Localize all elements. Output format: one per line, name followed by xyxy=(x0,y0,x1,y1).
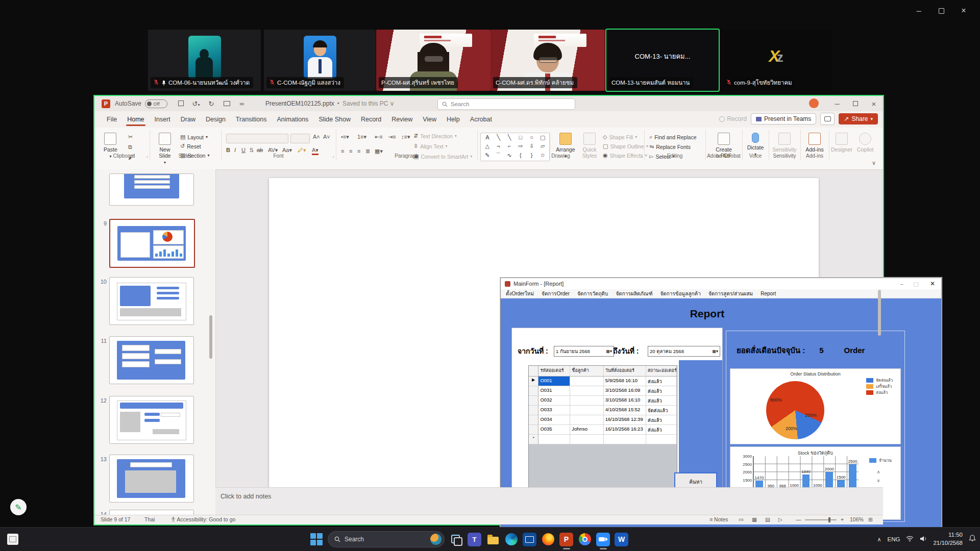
copy-icon[interactable]: ⧉ xyxy=(128,144,132,151)
taskbar-icon-task-view[interactable] xyxy=(449,533,463,546)
bullets-button[interactable]: •≡▾ xyxy=(341,134,349,140)
thumbnail-scrollbar[interactable] xyxy=(209,315,212,359)
app-menu-item[interactable]: จัดการสูตร/ส่วนผสม xyxy=(708,290,753,297)
taskbar-icon-edge[interactable] xyxy=(504,533,518,546)
normal-view-button[interactable]: ▭ xyxy=(739,516,744,522)
participant-tile[interactable]: Xzcom-9-สุโขทัยวิทยาคม xyxy=(721,30,831,91)
new-slide-button[interactable]: New Slide▾ xyxy=(154,133,176,165)
table-cell[interactable]: ส่งแล้ว xyxy=(646,415,677,424)
slide-thumbnail-9[interactable] xyxy=(109,219,195,268)
accessibility-status[interactable]: Accessibility: Good to go xyxy=(171,516,235,522)
table-cell[interactable]: O033 xyxy=(538,406,570,415)
search-input[interactable]: Search xyxy=(437,98,575,110)
replace-fonts-button[interactable]: ⇋Replace Fonts xyxy=(649,143,691,150)
shape-arrow-right-icon[interactable]: ⇨ xyxy=(515,142,526,151)
slide-canvas[interactable]: MainForm - [Report] – ▢ ✕ ตั้งOrderใหม่จ… xyxy=(269,178,819,487)
previous-slide-button[interactable]: ∧ xyxy=(875,468,882,475)
start-button[interactable] xyxy=(309,533,323,546)
slideshow-icon[interactable] xyxy=(223,100,231,108)
save-icon[interactable] xyxy=(177,100,185,108)
ribbon-tab-animations[interactable]: Animations xyxy=(272,113,314,126)
zoom-slider[interactable] xyxy=(805,519,837,520)
ppt-restore-button[interactable] xyxy=(846,96,865,111)
numbering-button[interactable]: 1≡▾ xyxy=(357,134,366,140)
addins-button[interactable]: Add-ins xyxy=(803,133,826,153)
participant-tile[interactable]: P-COM-ผศ.สุรินทร์ เพชรไทย xyxy=(376,30,491,91)
fit-slide-button[interactable]: ⊞ xyxy=(868,516,873,522)
record-button[interactable]: Record xyxy=(719,115,747,122)
table-cell[interactable]: 4/10/2568 15:52 xyxy=(604,406,646,415)
shape-line-icon[interactable]: ╲ xyxy=(493,134,504,142)
column-header[interactable]: ชื่อลูกค้า xyxy=(570,366,603,376)
find-replace-button[interactable]: ⌕Find and Replace xyxy=(649,134,696,140)
shape-oval-icon[interactable]: ○ xyxy=(526,134,537,142)
participant-tile[interactable]: C-COM-ณัฐภูมิ แสงสว่าง xyxy=(264,30,376,91)
shape-rounded-rectangle-icon[interactable]: ▢ xyxy=(537,134,548,142)
table-cell[interactable]: 5/9/2568 16:10 xyxy=(604,377,646,386)
slide-thumbnail-10[interactable] xyxy=(109,277,194,325)
column-header[interactable]: สถานะออเดอร์ xyxy=(646,366,677,376)
slide-sorter-view-button[interactable]: ▦ xyxy=(752,516,757,522)
share-button[interactable]: ↗Share▾ xyxy=(839,113,878,124)
ribbon-tab-home[interactable]: Home xyxy=(122,113,149,126)
table-cell[interactable]: 3/10/2568 16:10 xyxy=(604,396,646,405)
app-menu-item[interactable]: จัดการข้อมูลลูกค้า xyxy=(660,290,700,297)
app-menu-item[interactable]: จัดการOrder xyxy=(542,290,570,297)
decrease-font-icon[interactable]: A˅ xyxy=(323,134,330,140)
wifi-icon[interactable] xyxy=(906,535,914,544)
app-maximize-button[interactable]: ▢ xyxy=(909,281,924,287)
table-cell[interactable] xyxy=(538,435,570,444)
shape-rectangle-icon[interactable]: □ xyxy=(515,134,526,142)
notification-bell-icon[interactable] xyxy=(969,535,976,544)
table-cell[interactable]: จัดส่งแล้ว xyxy=(646,406,677,415)
ribbon-tab-design[interactable]: Design xyxy=(201,113,231,126)
align-text-button[interactable]: ⇳Align Text▾ xyxy=(413,143,448,149)
line-spacing-button[interactable]: ↕≡▾ xyxy=(401,134,410,140)
table-cell[interactable]: 16/10/2568 16:23 xyxy=(604,425,646,434)
table-cell[interactable] xyxy=(646,435,677,444)
reading-view-button[interactable]: ▤ xyxy=(765,516,770,522)
reset-button[interactable]: ↺Reset xyxy=(180,143,201,149)
slide-thumbnail-11[interactable] xyxy=(109,336,194,384)
taskbar-icon-powerpoint[interactable]: P xyxy=(559,533,573,546)
taskbar-icon-file-explorer[interactable] xyxy=(486,533,500,546)
table-cell[interactable] xyxy=(570,386,603,395)
notes-toggle[interactable]: ≡ Notes xyxy=(709,516,728,522)
comments-button[interactable] xyxy=(820,113,835,125)
table-cell[interactable]: O035 xyxy=(538,425,570,434)
zoom-out-button[interactable]: — xyxy=(796,516,801,522)
account-avatar[interactable] xyxy=(809,98,819,108)
undo-icon[interactable]: ↺▾ xyxy=(192,100,200,108)
shape-arrow-down-icon[interactable]: ⇩ xyxy=(526,142,537,151)
copilot-button[interactable]: Copilot xyxy=(854,133,876,153)
notes-pane[interactable]: Click to add notes xyxy=(215,487,883,516)
clipboard-dialog-launcher[interactable]: ⌟ xyxy=(146,154,148,158)
shape-callout-icon[interactable]: ▱ xyxy=(537,142,548,151)
increase-indent-button[interactable]: ⇥≡ xyxy=(388,134,396,140)
present-in-teams-button[interactable]: Present in Teams xyxy=(751,113,817,124)
tray-expand-icon[interactable]: ∧ xyxy=(877,536,881,543)
input-language[interactable]: ENG xyxy=(888,536,900,542)
table-cell[interactable] xyxy=(570,415,603,424)
cut-icon[interactable]: ✂ xyxy=(128,134,133,140)
font-name-select[interactable] xyxy=(226,134,288,143)
table-cell[interactable] xyxy=(570,406,603,415)
app-close-button[interactable]: ✕ xyxy=(924,280,941,287)
table-cell[interactable]: ส่งแล้ว xyxy=(646,425,677,434)
strikethrough-button[interactable]: ab xyxy=(257,147,263,153)
table-cell[interactable]: ส่งแล้ว xyxy=(646,386,677,395)
touch-mode-icon[interactable]: ≂ xyxy=(238,100,246,108)
taskbar-icon-zoom[interactable] xyxy=(596,533,610,546)
font-size-select[interactable] xyxy=(290,134,310,143)
column-header[interactable]: รหัสออเดอร์ xyxy=(538,366,570,376)
ppt-minimize-button[interactable]: ─ xyxy=(828,96,846,111)
collapse-ribbon-icon[interactable]: ∨ xyxy=(872,160,876,166)
table-cell[interactable] xyxy=(570,377,603,386)
zoom-level[interactable]: 106% xyxy=(850,516,864,522)
column-header[interactable]: วันที่สั่งออเดอร์ xyxy=(604,366,646,376)
shadow-button[interactable]: S xyxy=(250,147,253,153)
taskbar-icon-teams[interactable]: T xyxy=(468,533,481,546)
table-cell[interactable]: ส่งแล้ว xyxy=(646,396,677,405)
participant-tile[interactable]: C-COM-ผศ.ดร.พิทักษ์ คล้ายชม xyxy=(491,30,605,91)
zoom-slider-knob[interactable] xyxy=(828,517,830,522)
